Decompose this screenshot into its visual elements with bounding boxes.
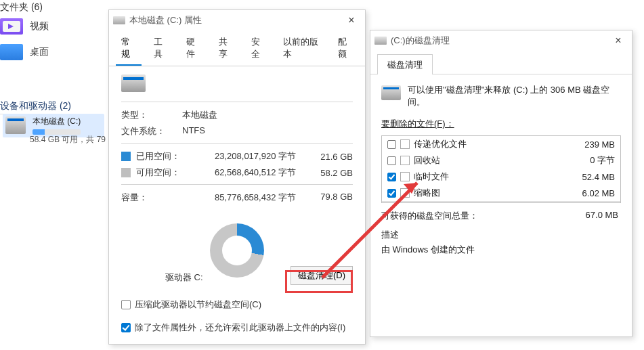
desktop-folder-icon [0,44,23,60]
free-label: 可用空间： [136,167,182,179]
capacity-label: 容量： [121,192,182,204]
capacity-bytes: 85,776,658,432 字节 [182,192,308,204]
drive-letter-label: 驱动器 C: [165,271,203,284]
index-label: 除了文件属性外，还允许索引此驱动器上文件的内容(I) [135,322,345,334]
file-icon [400,156,410,165]
item-name: 回收站 [414,154,563,167]
svg-line-0 [322,183,417,278]
total-gain-value: 67.0 MB [586,210,618,222]
cleanup-close-button[interactable]: × [609,35,628,47]
cleanup-tab[interactable]: 磁盘清理 [377,54,433,74]
item-size: 52.4 MB [567,172,615,182]
properties-titlebar[interactable]: 本地磁盘 (C:) 属性 × [109,10,365,30]
cleanup-hint-text: 可以使用"磁盘清理"来释放 (C:) 上的 306 MB 磁盘空间。 [408,84,621,108]
compress-checkbox[interactable] [121,300,131,309]
desktop-folder-label[interactable]: 桌面 [30,46,49,58]
cleanup-drive-hint-icon [381,85,401,100]
folders-header-text: 文件夹 (6) [0,1,43,12]
item-name: 传递优化文件 [414,138,563,150]
cleanup-drive-icon [374,37,387,45]
list-item: 传递优化文件 239 MB [382,136,620,152]
compress-label: 压缩此驱动器以节约磁盘空间(C) [135,299,261,311]
usage-donut-chart [210,223,264,278]
tab-tools[interactable]: 工具 [148,32,174,66]
video-folder-label[interactable]: 视频 [30,20,49,32]
cleanup-titlebar[interactable]: (C:)的磁盘清理 × [370,30,632,51]
tab-quota[interactable]: 配额 [332,32,358,66]
tab-share[interactable]: 共享 [213,32,239,66]
item-size: 0 字节 [567,154,615,167]
devices-section-header: 设备和驱动器 (2) [0,100,102,114]
used-bytes: 23,208,017,920 字节 [182,150,308,162]
tab-previous[interactable]: 以前的版本 [278,32,326,66]
used-label: 已用空间： [136,150,182,162]
properties-tabs: 常规 工具 硬件 共享 安全 以前的版本 配额 [109,30,365,66]
drive-large-icon [121,74,146,92]
free-bytes: 62,568,640,512 字节 [182,167,308,179]
free-color-swatch [121,168,131,177]
properties-title: 本地磁盘 (C:) 属性 [129,14,202,26]
drive-glyph-icon [113,16,125,24]
drive-c-name: 本地磁盘 (C:) [33,116,81,127]
properties-close-button[interactable]: × [342,14,361,26]
tab-hardware[interactable]: 硬件 [181,32,207,66]
drive-icon [5,116,26,134]
drive-c-free-text: 58.4 GB 可用，共 79 [30,134,106,146]
video-folder-icon [0,18,23,35]
files-to-delete-label: 要删除的文件(F)： [370,115,632,133]
annotation-arrow [316,169,437,284]
list-item: 回收站 0 字节 [382,152,620,169]
filesystem-value: NTFS [182,125,205,137]
item-checkbox[interactable] [387,140,396,149]
used-gb: 21.6 GB [308,152,353,162]
filesystem-label: 文件系统： [121,125,169,137]
item-size: 6.02 MB [567,188,615,198]
index-checkbox[interactable] [121,323,131,332]
cleanup-title: (C:)的磁盘清理 [391,35,450,47]
folders-section-header: 文件夹 (6) 视频 桌面 [0,0,49,65]
item-checkbox[interactable] [387,156,396,165]
used-color-swatch [121,152,131,161]
item-size: 239 MB [567,139,615,150]
tab-general[interactable]: 常规 [116,32,142,66]
type-value: 本地磁盘 [182,109,217,121]
tab-security[interactable]: 安全 [246,32,272,66]
file-icon [400,139,410,149]
type-label: 类型： [121,109,169,121]
